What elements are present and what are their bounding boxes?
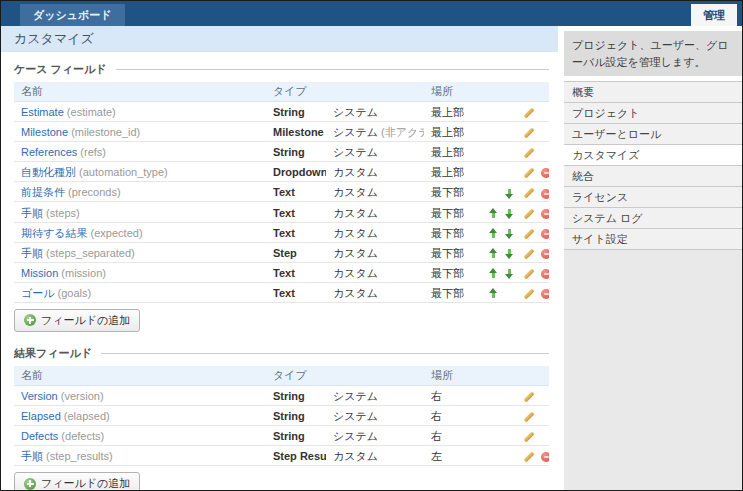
field-action-cell: [534, 122, 549, 142]
tab-admin[interactable]: 管理: [691, 4, 737, 26]
field-name-link[interactable]: Defects: [21, 430, 58, 442]
delete-icon[interactable]: [541, 269, 549, 279]
delete-icon[interactable]: [541, 189, 549, 199]
delete-icon[interactable]: [541, 168, 549, 178]
sidebar-item-users-roles[interactable]: ユーザーとロール: [564, 124, 742, 145]
move-down-icon[interactable]: [505, 268, 514, 279]
field-action-cell: [515, 182, 534, 202]
edit-pencil-icon[interactable]: [522, 167, 534, 179]
field-name-cell: References (refs): [14, 142, 266, 162]
sidebar-item-overview[interactable]: 概要: [564, 82, 742, 103]
field-name-cell: 手順 (steps): [14, 202, 266, 222]
edit-pencil-icon[interactable]: [522, 187, 534, 199]
field-name-link[interactable]: 自動化種別: [21, 166, 76, 178]
result-fields-table: 名前 タイプ 場所 Version (version)Stringシステム右El…: [14, 366, 549, 466]
field-action-cell: [482, 182, 498, 202]
delete-icon[interactable]: [541, 249, 549, 259]
add-result-field-button[interactable]: フィールドの追加: [14, 472, 140, 490]
field-name-link[interactable]: 手順: [21, 247, 43, 259]
field-origin-cell: システム: [326, 385, 424, 405]
field-name-link[interactable]: References: [21, 146, 77, 158]
delete-icon[interactable]: [541, 452, 549, 462]
field-name-link[interactable]: 前提条件: [21, 186, 65, 198]
field-system-name: (estimate): [64, 106, 116, 118]
sidebar-item-site-settings[interactable]: サイト設定: [564, 229, 742, 250]
field-origin-cell: カスタム: [326, 182, 424, 202]
move-down-icon[interactable]: [505, 248, 514, 259]
edit-pencil-icon[interactable]: [522, 431, 534, 443]
field-system-name: (goals): [55, 287, 92, 299]
field-name-link[interactable]: Mission: [21, 267, 58, 279]
edit-pencil-icon[interactable]: [522, 451, 534, 463]
move-down-icon[interactable]: [505, 188, 514, 199]
field-system-name: (defects): [58, 430, 104, 442]
move-up-icon[interactable]: [489, 208, 498, 219]
field-action-cell: [498, 202, 515, 222]
add-case-field-button[interactable]: フィールドの追加: [14, 309, 140, 332]
field-name-link[interactable]: Elapsed: [21, 410, 61, 422]
field-action-cell: [534, 142, 549, 162]
field-action-cell: [498, 222, 515, 242]
sidebar-item-integration[interactable]: 統合: [564, 166, 742, 187]
delete-icon[interactable]: [541, 229, 549, 239]
delete-icon[interactable]: [541, 209, 549, 219]
field-action-cell: [515, 282, 534, 302]
field-location-cell: 右: [424, 426, 482, 446]
field-location-cell: 最下部: [424, 282, 482, 302]
field-name-link[interactable]: Version: [21, 390, 58, 402]
move-up-icon[interactable]: [489, 268, 498, 279]
field-name-link[interactable]: 期待する結果: [21, 227, 88, 239]
field-action-cell: [482, 242, 498, 262]
edit-pencil-icon[interactable]: [522, 288, 534, 300]
field-row: 手順 (step_results)Step Resultsカスタム左: [14, 446, 549, 466]
edit-pencil-icon[interactable]: [522, 127, 534, 139]
field-action-cell: [534, 222, 549, 242]
field-action-cell: [498, 162, 515, 182]
edit-pencil-icon[interactable]: [522, 208, 534, 220]
field-name-link[interactable]: 手順: [21, 207, 43, 219]
add-plus-icon: [24, 314, 36, 326]
admin-menu: 概要プロジェクトユーザーとロールカスタマイズ統合ライセンスシステム ログサイト設…: [564, 81, 742, 250]
field-name-link[interactable]: 手順: [21, 450, 43, 462]
field-action-cell: [534, 242, 549, 262]
column-header-name: 名前: [14, 82, 266, 102]
edit-pencil-icon[interactable]: [522, 391, 534, 403]
move-down-icon[interactable]: [505, 228, 514, 239]
move-down-icon[interactable]: [505, 208, 514, 219]
edit-pencil-icon[interactable]: [522, 147, 534, 159]
column-header-name: 名前: [14, 366, 266, 386]
move-up-icon[interactable]: [489, 248, 498, 259]
tab-dashboard[interactable]: ダッシュボード: [20, 4, 125, 26]
field-system-name: (mission): [58, 267, 106, 279]
move-up-icon[interactable]: [489, 228, 498, 239]
field-location-cell: 最上部: [424, 122, 482, 142]
edit-pencil-icon[interactable]: [522, 228, 534, 240]
field-name-link[interactable]: Estimate: [21, 106, 64, 118]
field-inactive-note: (非アクティブ): [378, 126, 424, 138]
edit-pencil-icon[interactable]: [522, 268, 534, 280]
field-action-cell: [515, 202, 534, 222]
edit-pencil-icon[interactable]: [522, 248, 534, 260]
field-name-link[interactable]: Milestone: [21, 126, 68, 138]
delete-icon[interactable]: [541, 289, 549, 299]
field-type-cell: Milestone: [266, 122, 326, 142]
field-action-cell: [498, 102, 515, 122]
case-fields-table: 名前 タイプ 場所 Estimate (estimate)Stringシステム最…: [14, 82, 549, 303]
field-action-cell: [482, 142, 498, 162]
edit-pencil-icon[interactable]: [522, 107, 534, 119]
sidebar-item-projects[interactable]: プロジェクト: [564, 103, 742, 124]
field-origin-cell: システム: [326, 102, 424, 122]
sidebar-item-system-log[interactable]: システム ログ: [564, 208, 742, 229]
field-system-name: (refs): [77, 146, 106, 158]
field-action-cell: [498, 262, 515, 282]
field-location-cell: 右: [424, 385, 482, 405]
edit-pencil-icon[interactable]: [522, 411, 534, 423]
move-up-icon[interactable]: [489, 288, 498, 299]
field-name-cell: 期待する結果 (expected): [14, 222, 266, 242]
sidebar-item-license[interactable]: ライセンス: [564, 187, 742, 208]
sidebar-item-customizations[interactable]: カスタマイズ: [564, 145, 742, 166]
field-name-cell: 前提条件 (preconds): [14, 182, 266, 202]
section-case-fields-title: ケース フィールド: [14, 62, 107, 77]
field-row: 手順 (steps)Textカスタム最下部: [14, 202, 549, 222]
field-name-link[interactable]: ゴール: [21, 287, 55, 299]
